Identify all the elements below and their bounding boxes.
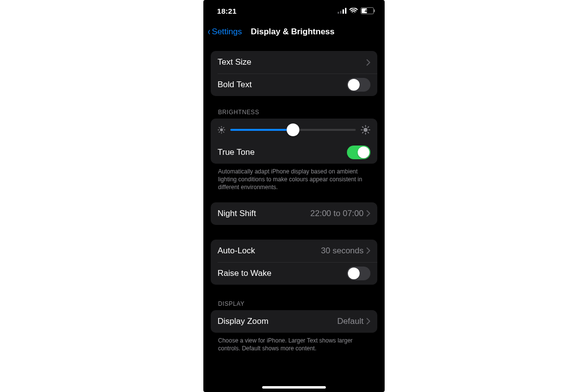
svg-rect-2 [343,9,344,14]
page-title: Display & Brightness [251,27,335,37]
text-size-row[interactable]: Text Size [211,51,377,74]
display-zoom-row[interactable]: Display Zoom Default [211,310,377,333]
bold-text-toggle[interactable] [347,78,370,92]
svg-line-12 [223,127,224,128]
wifi-icon [349,8,358,14]
phone-screen: 18:21 [203,0,385,392]
toggle-knob [348,268,360,279]
display-header: DISPLAY [218,300,370,307]
display-zoom-footer: Choose a view for iPhone. Larger Text sh… [218,337,370,352]
svg-line-11 [219,132,220,132]
true-tone-label: True Tone [218,147,255,157]
lock-group: Auto-Lock 30 seconds Raise to Wake [211,240,377,285]
chevron-right-icon [367,59,370,66]
night-shift-value: 22:00 to 07:00 [310,209,364,219]
svg-line-21 [368,127,369,128]
display-zoom-group: Display Zoom Default [211,310,377,333]
brightness-header: BRIGHTNESS [218,109,370,116]
raise-to-wake-row: Raise to Wake [211,262,377,285]
svg-rect-1 [340,11,342,14]
status-right: 47 [338,7,374,14]
toggle-knob [348,79,360,91]
chevron-right-icon [367,210,370,217]
svg-rect-0 [338,12,339,14]
true-tone-row: True Tone [211,141,377,164]
chevron-right-icon [367,318,370,324]
auto-lock-value: 30 seconds [321,246,364,256]
slider-thumb[interactable] [287,123,299,136]
svg-line-9 [219,127,220,128]
auto-lock-label: Auto-Lock [218,246,255,256]
slider-track-fill [230,129,293,131]
bold-text-row: Bold Text [211,74,377,96]
raise-to-wake-toggle[interactable] [347,267,370,280]
svg-line-19 [368,132,369,133]
svg-point-13 [364,128,368,132]
svg-rect-3 [345,8,346,14]
svg-line-18 [363,127,364,128]
stage: 18:21 [0,0,588,392]
true-tone-toggle[interactable] [347,146,370,159]
bold-text-label: Bold Text [218,80,252,90]
auto-lock-row[interactable]: Auto-Lock 30 seconds [211,240,377,262]
svg-point-4 [220,128,223,131]
nav-bar: ‹ Settings Display & Brightness [203,22,385,42]
text-group: Text Size Bold Text [211,51,377,96]
battery-icon: 47 [361,7,374,14]
brightness-low-icon [218,126,225,134]
svg-line-10 [223,132,224,132]
cellular-signal-icon [338,8,346,14]
night-shift-row[interactable]: Night Shift 22:00 to 07:00 [211,202,377,225]
content: Text Size Bold Text BRIGHTNESS [203,51,385,377]
back-label: Settings [212,27,242,37]
brightness-group: True Tone [211,119,377,164]
battery-percentage: 47 [365,8,370,13]
svg-line-20 [363,132,364,133]
status-bar: 18:21 [203,0,385,22]
text-size-label: Text Size [218,57,251,67]
home-indicator [262,386,326,389]
chevron-right-icon [367,247,370,254]
raise-to-wake-label: Raise to Wake [218,269,271,278]
display-zoom-value: Default [337,317,364,326]
back-button[interactable]: ‹ Settings [207,26,242,37]
night-shift-label: Night Shift [218,209,256,219]
toggle-knob [358,147,369,158]
chevron-left-icon: ‹ [208,26,210,37]
true-tone-footer: Automatically adapt iPhone display based… [218,168,370,192]
display-zoom-label: Display Zoom [218,317,269,326]
status-time: 18:21 [217,7,237,15]
night-shift-group: Night Shift 22:00 to 07:00 [211,202,377,225]
brightness-slider-row [211,119,377,141]
brightness-slider[interactable] [230,123,356,137]
brightness-high-icon [361,125,370,135]
